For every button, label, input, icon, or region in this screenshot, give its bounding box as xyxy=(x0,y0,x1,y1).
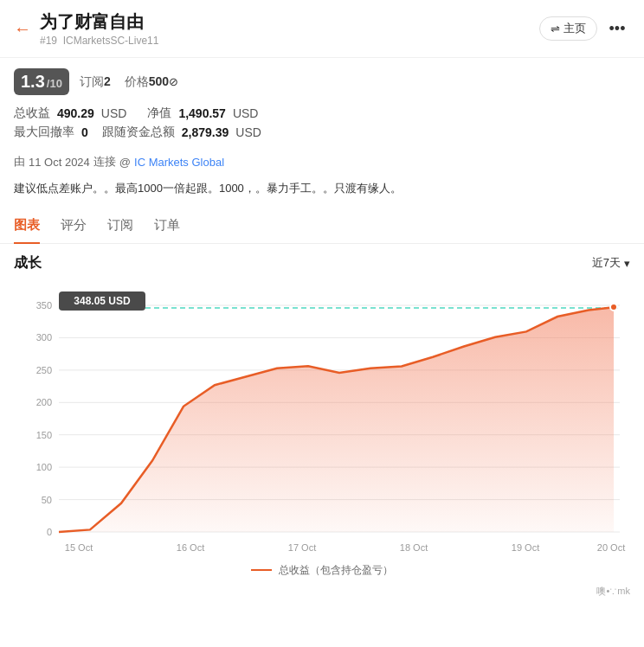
watermark: 噢•∵mk xyxy=(596,585,630,598)
chart-title: 成长 xyxy=(14,254,42,272)
total-profit-row: 总收益 490.29 USD 净值 1,490.57 USD xyxy=(14,106,630,121)
chart-legend: 总收益（包含持仓盈亏） xyxy=(14,556,630,585)
chart-header: 成长 近7天 ▾ xyxy=(14,254,630,272)
net-value-value: 1,490.57 xyxy=(178,106,226,120)
rating-meta: 订阅2 价格500⊘ xyxy=(80,74,178,90)
description: 建议低点差账户。。最高1000一倍起跟。1000，。暴力手工。。只渡有缘人。 xyxy=(0,176,644,208)
rating-badge: 1.3 /10 xyxy=(14,68,69,95)
total-profit-value: 490.29 xyxy=(57,106,94,120)
svg-text:150: 150 xyxy=(36,430,52,440)
net-value-unit: USD xyxy=(233,106,259,120)
svg-text:19 Oct: 19 Oct xyxy=(512,542,539,553)
rating-row: 1.3 /10 订阅2 价格500⊘ xyxy=(0,58,644,102)
tab-subscribe[interactable]: 订阅 xyxy=(107,208,133,244)
chart-period-label: 近7天 xyxy=(592,255,621,271)
svg-text:50: 50 xyxy=(42,495,52,505)
legend-label-profit: 总收益（包含持仓盈亏） xyxy=(279,563,393,578)
rating-score: 1.3 xyxy=(21,72,45,92)
svg-text:348.05 USD: 348.05 USD xyxy=(74,295,131,307)
connected-row: 由 11 Oct 2024 连接 @ IC Markets Global xyxy=(0,151,644,176)
follow-unit: USD xyxy=(235,125,261,139)
more-button[interactable]: ••• xyxy=(604,16,630,42)
svg-text:250: 250 xyxy=(36,365,52,375)
svg-text:300: 300 xyxy=(36,332,52,343)
chart-section: 成长 近7天 ▾ xyxy=(0,244,644,585)
drawdown-row: 最大回撤率 0 跟随资金总额 2,879.39 USD xyxy=(14,125,630,140)
header-actions: ⇌ 主页 ••• xyxy=(539,16,630,42)
svg-text:20 Oct: 20 Oct xyxy=(597,542,625,553)
subscribe-label: 订阅2 xyxy=(80,74,111,90)
net-value-label: 净值 xyxy=(147,106,171,121)
svg-text:16 Oct: 16 Oct xyxy=(177,542,204,553)
connected-connector: 连接 xyxy=(93,154,116,170)
svg-point-25 xyxy=(610,304,617,311)
chart-container: 350 300 250 200 150 100 50 0 15 Oct 16 O… xyxy=(14,279,630,556)
total-profit-unit: USD xyxy=(101,106,127,120)
follow-value: 2,879.39 xyxy=(182,125,229,139)
stats-section: 总收益 490.29 USD 净值 1,490.57 USD 最大回撤率 0 跟… xyxy=(0,102,644,151)
svg-text:18 Oct: 18 Oct xyxy=(400,542,428,553)
max-drawdown-value: 0 xyxy=(81,125,88,139)
tabs: 图表 评分 订阅 订单 xyxy=(0,208,644,244)
svg-text:17 Oct: 17 Oct xyxy=(288,542,316,553)
connected-date: 11 Oct 2024 xyxy=(29,156,90,169)
max-drawdown-label: 最大回撤率 xyxy=(14,125,74,140)
header: ← 为了财富自由 #19 ICMarketsSC-Live11 ⇌ 主页 ••• xyxy=(0,0,644,58)
svg-text:200: 200 xyxy=(36,397,52,407)
tab-rating[interactable]: 评分 xyxy=(61,208,87,244)
home-label: 主页 xyxy=(564,21,586,36)
total-profit-label: 总收益 xyxy=(14,106,50,121)
home-button[interactable]: ⇌ 主页 xyxy=(539,16,597,41)
connected-at: @ xyxy=(119,156,131,169)
chart-period-selector[interactable]: 近7天 ▾ xyxy=(592,255,630,271)
price-label: 价格500⊘ xyxy=(125,74,178,90)
svg-text:100: 100 xyxy=(36,462,52,472)
svg-text:350: 350 xyxy=(36,300,52,311)
connected-provider[interactable]: IC Markets Global xyxy=(134,156,224,169)
legend-line-profit xyxy=(251,569,272,571)
svg-text:15 Oct: 15 Oct xyxy=(65,542,93,553)
header-subtitle: #19 ICMarketsSC-Live11 xyxy=(40,35,539,47)
tab-chart[interactable]: 图表 xyxy=(14,208,40,244)
page-title: 为了财富自由 xyxy=(40,10,539,34)
rating-out-of: /10 xyxy=(47,77,62,90)
follow-label: 跟随资金总额 xyxy=(102,125,175,140)
connected-prefix: 由 xyxy=(14,154,25,170)
home-icon: ⇌ xyxy=(551,22,560,35)
back-button[interactable]: ← xyxy=(14,19,31,39)
chevron-down-icon: ▾ xyxy=(624,257,630,270)
svg-text:0: 0 xyxy=(47,527,52,537)
tab-orders[interactable]: 订单 xyxy=(154,208,180,244)
